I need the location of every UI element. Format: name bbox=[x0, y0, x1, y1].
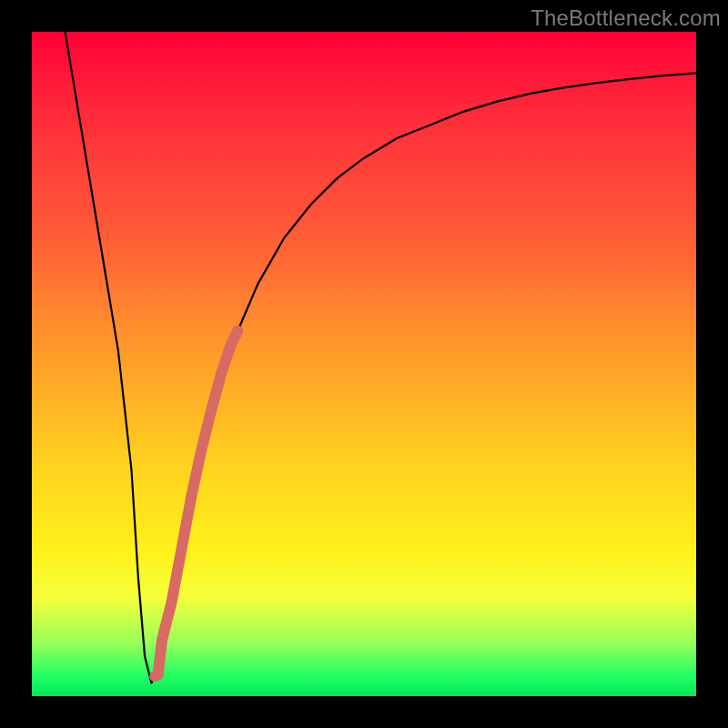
highlight-segment bbox=[155, 331, 238, 677]
watermark-text: TheBottleneck.com bbox=[531, 5, 721, 31]
chart-frame: TheBottleneck.com bbox=[0, 0, 728, 728]
curve-overlay bbox=[32, 32, 696, 696]
bottleneck-curve bbox=[66, 32, 697, 682]
plot-area bbox=[32, 32, 696, 696]
